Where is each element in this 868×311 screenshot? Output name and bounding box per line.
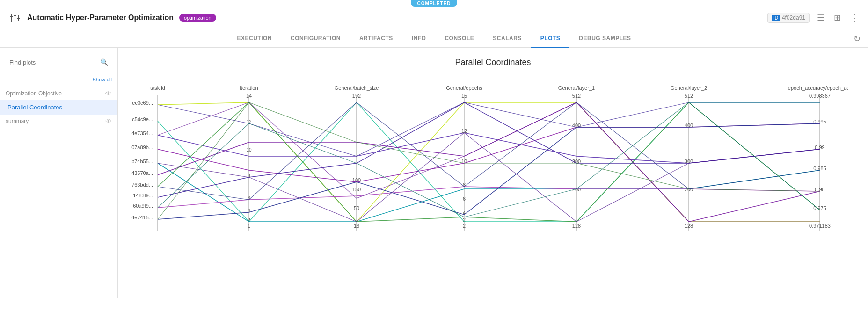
tab-info[interactable]: INFO <box>402 29 436 48</box>
pc-line-16 <box>158 102 820 219</box>
sidebar-section-optimization[interactable]: Optimization Objective 👁 <box>0 87 117 100</box>
status-bar: COMPLETED <box>0 0 868 7</box>
svg-text:150: 150 <box>352 187 361 192</box>
svg-text:iteration: iteration <box>240 85 258 91</box>
tab-scalars[interactable]: SCALARS <box>483 29 531 48</box>
svg-text:0.971183: 0.971183 <box>809 223 831 229</box>
more-button[interactable]: ⋮ <box>848 11 861 25</box>
pc-line-12 <box>158 102 820 222</box>
svg-text:512: 512 <box>572 93 581 99</box>
plot-title: Parallel Coordinates <box>127 58 859 67</box>
svg-text:General/batch_size: General/batch_size <box>335 85 379 91</box>
pc-line-1 <box>158 102 820 222</box>
task-id-labels: ec3c69... c5dc9e... 4e7354... 07a89b... … <box>131 100 153 220</box>
tab-execution[interactable]: EXECUTION <box>227 29 281 48</box>
svg-text:43570a...: 43570a... <box>131 170 153 176</box>
main-layout: 🔍 Show all Optimization Objective 👁 Para… <box>0 48 868 298</box>
svg-text:50: 50 <box>354 205 359 211</box>
refresh-button[interactable]: ↻ <box>853 34 861 44</box>
header: Automatic Hyper-Parameter Optimization o… <box>0 7 868 29</box>
svg-text:512: 512 <box>685 93 693 99</box>
svg-text:128: 128 <box>572 223 581 229</box>
sidebar: 🔍 Show all Optimization Objective 👁 Para… <box>0 48 118 298</box>
svg-text:2: 2 <box>463 223 466 229</box>
sidebar-item-label-parallel: Parallel Coordinates <box>7 104 62 111</box>
svg-text:128: 128 <box>685 223 693 229</box>
svg-text:1: 1 <box>248 223 250 229</box>
chart-container: ec3c69... c5dc9e... 4e7354... 07a89b... … <box>127 77 859 256</box>
pc-line-2 <box>158 102 820 222</box>
svg-text:task id: task id <box>150 85 165 91</box>
pc-line-13 <box>158 133 820 222</box>
layout-button[interactable]: ⊞ <box>832 11 843 25</box>
svg-text:6: 6 <box>463 196 466 202</box>
pc-line-11 <box>158 102 820 156</box>
pc-line-7 <box>158 102 820 222</box>
task-id: ID 4f02da91 <box>767 13 810 23</box>
header-tag: optimization <box>179 14 216 22</box>
app-icon <box>7 10 22 25</box>
search-icon: 🔍 <box>100 58 108 66</box>
svg-text:15: 15 <box>461 93 467 99</box>
svg-text:ec3c69...: ec3c69... <box>132 100 153 106</box>
show-all-link[interactable]: Show all <box>92 77 112 82</box>
page-title: Automatic Hyper-Parameter Optimization <box>27 14 174 22</box>
svg-text:4e7354...: 4e7354... <box>131 130 153 136</box>
svg-text:General/layer_2: General/layer_2 <box>671 85 707 91</box>
svg-text:07a89b...: 07a89b... <box>131 145 153 150</box>
pc-line-3 <box>158 133 820 163</box>
tab-configuration[interactable]: CONFIGURATION <box>281 29 350 48</box>
svg-text:General/layer_1: General/layer_1 <box>558 85 595 91</box>
sidebar-section-label-optimization: Optimization Objective <box>6 90 62 97</box>
sidebar-section-summary[interactable]: summary 👁 <box>0 115 117 128</box>
svg-text:200: 200 <box>685 187 693 192</box>
svg-text:General/epochs: General/epochs <box>446 85 482 91</box>
eye-off-icon: 👁 <box>105 90 112 97</box>
nav-tabs: EXECUTION CONFIGURATION ARTIFACTS INFO C… <box>0 29 868 48</box>
tab-debug-samples[interactable]: DEBUG SAMPLES <box>569 29 640 48</box>
pc-line-4 <box>158 123 820 182</box>
nav-container: EXECUTION CONFIGURATION ARTIFACTS INFO C… <box>0 29 868 48</box>
svg-text:192: 192 <box>352 93 361 99</box>
svg-text:14: 14 <box>246 93 252 99</box>
svg-text:c5dc9e...: c5dc9e... <box>132 116 153 122</box>
svg-text:60a9f9...: 60a9f9... <box>133 203 153 209</box>
tab-artifacts[interactable]: ARTIFACTS <box>350 29 402 48</box>
status-badge: COMPLETED <box>411 0 458 7</box>
header-actions: ID 4f02da91 ☰ ⊞ ⋮ <box>767 11 861 25</box>
pc-line-6 <box>158 102 820 222</box>
pc-line-8 <box>158 102 820 197</box>
parallel-coordinates-chart: ec3c69... c5dc9e... 4e7354... 07a89b... … <box>127 77 848 254</box>
document-button[interactable]: ☰ <box>815 11 826 25</box>
svg-text:4e7415...: 4e7415... <box>131 215 153 220</box>
svg-text:763bdd...: 763bdd... <box>131 182 153 188</box>
pc-line-14 <box>158 102 820 200</box>
content-area: Parallel Coordinates ec3c69... c5dc9e...… <box>118 48 868 298</box>
axis-labels: task id iteration 14 1 General/batch_siz… <box>150 85 848 229</box>
search-container: 🔍 <box>4 56 114 69</box>
id-value: 4f02da91 <box>782 14 805 21</box>
svg-text:epoch_accuracy/epoch_acc: epoch_accuracy/epoch_acc <box>788 85 848 91</box>
svg-text:0.998367: 0.998367 <box>809 93 831 99</box>
search-input[interactable] <box>9 59 100 66</box>
sidebar-section-label-summary: summary <box>6 118 29 124</box>
id-label: ID <box>772 15 780 21</box>
svg-text:10: 10 <box>246 147 252 152</box>
eye-off-icon-2: 👁 <box>105 117 112 125</box>
show-all-container: Show all <box>0 75 117 83</box>
tab-console[interactable]: CONSOLE <box>435 29 483 48</box>
svg-text:16: 16 <box>354 223 359 229</box>
svg-text:1483f9...: 1483f9... <box>133 193 153 198</box>
tab-plots[interactable]: PLOTS <box>531 29 570 48</box>
sidebar-item-parallel[interactable]: Parallel Coordinates <box>0 100 117 115</box>
svg-text:b74b55...: b74b55... <box>131 159 153 164</box>
